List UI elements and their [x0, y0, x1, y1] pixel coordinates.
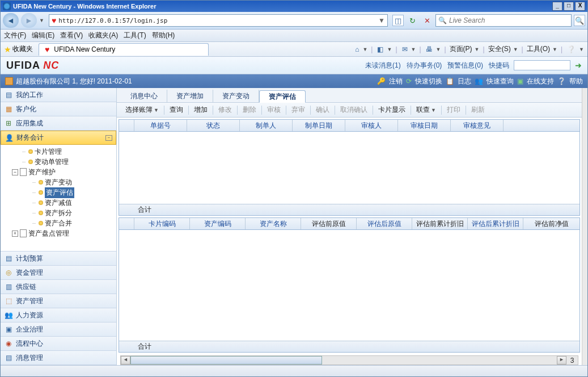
col-cardcode[interactable]: 卡片编码	[134, 218, 190, 229]
tree-asset-split[interactable]: ┈资产拆分	[1, 208, 116, 218]
tree-inventory[interactable]: +资产盘点管理	[1, 228, 116, 238]
tree-asset-merge[interactable]: ┈资产合并	[1, 218, 116, 228]
col-predep[interactable]: 评估前累计折旧	[412, 218, 468, 229]
back-button[interactable]: ◄	[3, 13, 19, 28]
mail-icon[interactable]: ✉	[401, 45, 409, 53]
sidebar-hr[interactable]: 👥人力资源	[1, 308, 116, 322]
go-arrow-icon[interactable]: ➜	[575, 61, 582, 70]
print-icon[interactable]: 🖶	[425, 45, 434, 53]
tb-card[interactable]: 卡片显示	[374, 104, 409, 116]
tools-menu[interactable]: 工具(O)	[527, 44, 550, 54]
tree-asset-eval[interactable]: ┈资产评估	[1, 187, 116, 198]
close-button[interactable]: X	[575, 2, 585, 11]
safety-menu[interactable]: 安全(S)	[488, 44, 511, 54]
tree-asset-impair[interactable]: ┈资产减值	[1, 198, 116, 208]
log-icon: 📋	[446, 77, 454, 85]
support-link[interactable]: 在线支持	[527, 77, 554, 86]
menu-file[interactable]: 文件(F)	[4, 31, 26, 40]
collapse-icon[interactable]: −	[105, 135, 112, 141]
page-menu[interactable]: 页面(P)	[450, 44, 472, 54]
refresh-icon[interactable]: ↻	[406, 14, 418, 27]
home-icon[interactable]: ⌂	[354, 45, 360, 53]
search-box[interactable]: 🔍	[435, 14, 572, 27]
sidebar-asset[interactable]: ⬚资产管理	[1, 294, 116, 308]
minimize-button[interactable]: _	[552, 2, 562, 11]
favorites-label[interactable]: 收藏夹	[12, 44, 33, 54]
tree-change[interactable]: ┈变动单管理	[1, 157, 116, 167]
maximize-button[interactable]: □	[564, 2, 574, 11]
sidebar-mywork[interactable]: ▤我的工作	[1, 88, 116, 102]
tree-maint[interactable]: −资产维护	[1, 167, 116, 177]
favorites-bar: ★ 收藏夹 ♥ UFIDA New Century ⌂▼| ◧▼| ✉▼| 🖶▼…	[1, 42, 587, 57]
tree-card[interactable]: ┈卡片管理	[1, 146, 116, 157]
sidebar-customer[interactable]: ▦客户化	[1, 102, 116, 116]
tab-asset-eval[interactable]: 资产评估	[259, 90, 306, 103]
search-input[interactable]	[449, 16, 569, 24]
h-scrollbar[interactable]: ◄ ► 3	[120, 355, 578, 365]
tb-query[interactable]: 查询	[166, 104, 187, 116]
col-prenet[interactable]: 评估前净值	[523, 218, 579, 229]
grid1-body[interactable]	[119, 132, 579, 204]
col-preval[interactable]: 评估前原值	[301, 218, 357, 229]
col-auditdate[interactable]: 审核日期	[398, 120, 451, 131]
tb-select[interactable]: 选择账簿▼	[121, 104, 163, 116]
address-bar[interactable]: ♥ http://127.0.0.1:57/login.jsp ▼	[49, 14, 388, 27]
help-link[interactable]: 帮助	[569, 77, 583, 86]
col-maker[interactable]: 制单人	[240, 120, 293, 131]
menu-favorites[interactable]: 收藏夹(A)	[88, 31, 118, 40]
tb-add[interactable]: 增加	[190, 104, 211, 116]
menu-edit[interactable]: 编辑(E)	[32, 31, 54, 40]
browser-tab[interactable]: ♥ UFIDA New Century	[39, 43, 209, 56]
tb-union[interactable]: 联查▼	[412, 104, 440, 116]
expand-node-icon[interactable]: +	[12, 231, 18, 237]
sidebar-message[interactable]: ▤消息管理	[1, 351, 116, 365]
sidebar-gov[interactable]: ▣企业治理	[1, 322, 116, 337]
menu-help[interactable]: 帮助(H)	[152, 31, 175, 40]
unread-link[interactable]: 未读消息(1)	[365, 61, 401, 70]
help-icon[interactable]: ❔	[566, 45, 577, 53]
scroll-left-icon[interactable]: ◄	[121, 356, 130, 365]
grid2-body[interactable]	[119, 230, 579, 341]
collapse-node-icon[interactable]: −	[12, 169, 18, 175]
quickcode-input[interactable]	[514, 60, 570, 70]
sidebar-finance[interactable]: 👤财务会计−	[1, 131, 116, 145]
dropdown-icon[interactable]: ▼	[39, 18, 44, 23]
grid-detail-table: 卡片编码 资产编码 资产名称 评估前原值 评估后原值 评估前累计折旧 评估后累计…	[119, 217, 580, 353]
col-status[interactable]: 状态	[187, 120, 240, 131]
v-scrollbar[interactable]	[582, 88, 587, 365]
col-auditor[interactable]: 审核人	[345, 120, 398, 131]
sidebar-supply[interactable]: ▥供应链	[1, 280, 116, 294]
sidebar-plan[interactable]: ▤计划预算	[1, 252, 116, 266]
tab-asset-add[interactable]: 资产增加	[167, 90, 213, 102]
col-opinion[interactable]: 审核意见	[451, 120, 504, 131]
feeds-icon[interactable]: ◧	[376, 45, 384, 53]
col-postdep[interactable]: 评估后累计折旧	[468, 218, 523, 229]
tab-asset-change[interactable]: 资产变动	[213, 90, 259, 102]
col-docno[interactable]: 单据号	[134, 120, 187, 131]
tab-msg[interactable]: 消息中心	[121, 90, 167, 102]
col-assetname[interactable]: 资产名称	[246, 218, 301, 229]
compat-icon[interactable]: ◫	[392, 15, 404, 26]
col-makedate[interactable]: 制单日期	[293, 120, 345, 131]
sidebar-integration[interactable]: ⊞应用集成	[1, 116, 116, 131]
stop-icon[interactable]: ✕	[421, 14, 433, 27]
tree-asset-change[interactable]: ┈资产变动	[1, 177, 116, 187]
scroll-right-icon[interactable]: ►	[557, 356, 566, 365]
scroll-thumb[interactable]	[130, 356, 322, 365]
switch-link[interactable]: 快速切换	[415, 77, 442, 86]
menu-view[interactable]: 查看(V)	[60, 31, 83, 40]
forward-button[interactable]: ►	[21, 13, 37, 28]
col-postval[interactable]: 评估后原值	[357, 218, 412, 229]
log-link[interactable]: 日志	[458, 77, 471, 86]
sidebar-process[interactable]: ◉流程中心	[1, 337, 116, 351]
address-dropdown-icon[interactable]: ▼	[378, 16, 385, 24]
qsearch-link[interactable]: 快速查询	[487, 77, 514, 86]
col-assetcode[interactable]: 资产编码	[190, 218, 246, 229]
menu-tools[interactable]: 工具(T)	[124, 31, 146, 40]
todo-link[interactable]: 待办事务(0)	[407, 61, 442, 70]
favorites-star-icon[interactable]: ★	[4, 45, 11, 54]
search-go-icon[interactable]: 🔍	[574, 15, 585, 26]
sidebar-fund[interactable]: ◎资金管理	[1, 266, 116, 280]
logout-link[interactable]: 注销	[389, 77, 403, 86]
warn-link[interactable]: 预警信息(0)	[447, 61, 483, 70]
